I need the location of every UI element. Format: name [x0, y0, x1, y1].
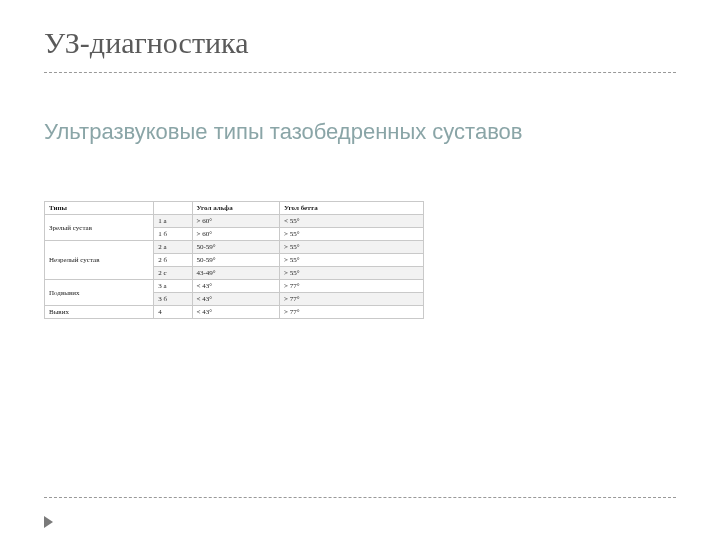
table-row: Подвывих 3 а < 43° > 77°	[45, 280, 424, 293]
table-row: Незрелый сустав 2 а 50-59° > 55°	[45, 241, 424, 254]
cell-label: 1 б	[154, 228, 192, 241]
classification-table: Типы Угол альфа Угол бетта Зрелый сустав…	[44, 201, 424, 319]
cell-alpha: 50-59°	[192, 241, 279, 254]
cell-label: 2 с	[154, 267, 192, 280]
cell-beta: > 55°	[280, 228, 424, 241]
page-title: УЗ-диагностика	[44, 26, 676, 60]
table-row: Вывих 4 < 43° > 77°	[45, 306, 424, 319]
col-header-blank	[154, 202, 192, 215]
cell-beta: > 55°	[280, 267, 424, 280]
classification-table-wrap: Типы Угол альфа Угол бетта Зрелый сустав…	[44, 201, 424, 319]
cell-beta: > 77°	[280, 293, 424, 306]
cell-beta: > 55°	[280, 254, 424, 267]
cell-alpha: > 60°	[192, 215, 279, 228]
table-header-row: Типы Угол альфа Угол бетта	[45, 202, 424, 215]
cell-alpha: < 43°	[192, 293, 279, 306]
cell-alpha: 43-49°	[192, 267, 279, 280]
cell-group: Незрелый сустав	[45, 241, 154, 280]
cell-alpha: 50-59°	[192, 254, 279, 267]
cell-group: Подвывих	[45, 280, 154, 306]
cell-label: 3 а	[154, 280, 192, 293]
cell-group: Вывих	[45, 306, 154, 319]
cell-alpha: < 43°	[192, 280, 279, 293]
cell-label: 3 б	[154, 293, 192, 306]
cell-label: 1 а	[154, 215, 192, 228]
divider-bottom	[44, 497, 676, 498]
col-header-beta: Угол бетта	[280, 202, 424, 215]
subtitle: Ультразвуковые типы тазобедренных сустав…	[44, 119, 676, 145]
cell-label: 2 а	[154, 241, 192, 254]
cell-beta: < 55°	[280, 215, 424, 228]
cell-beta: > 77°	[280, 306, 424, 319]
divider-top	[44, 72, 676, 73]
cell-label: 4	[154, 306, 192, 319]
play-icon	[44, 516, 53, 528]
col-header-alpha: Угол альфа	[192, 202, 279, 215]
col-header-types: Типы	[45, 202, 154, 215]
slide: УЗ-диагностика Ультразвуковые типы тазоб…	[0, 0, 720, 540]
cell-beta: > 77°	[280, 280, 424, 293]
cell-group: Зрелый сустав	[45, 215, 154, 241]
table-row: Зрелый сустав 1 а > 60° < 55°	[45, 215, 424, 228]
cell-beta: > 55°	[280, 241, 424, 254]
cell-label: 2 б	[154, 254, 192, 267]
cell-alpha: < 43°	[192, 306, 279, 319]
cell-alpha: > 60°	[192, 228, 279, 241]
